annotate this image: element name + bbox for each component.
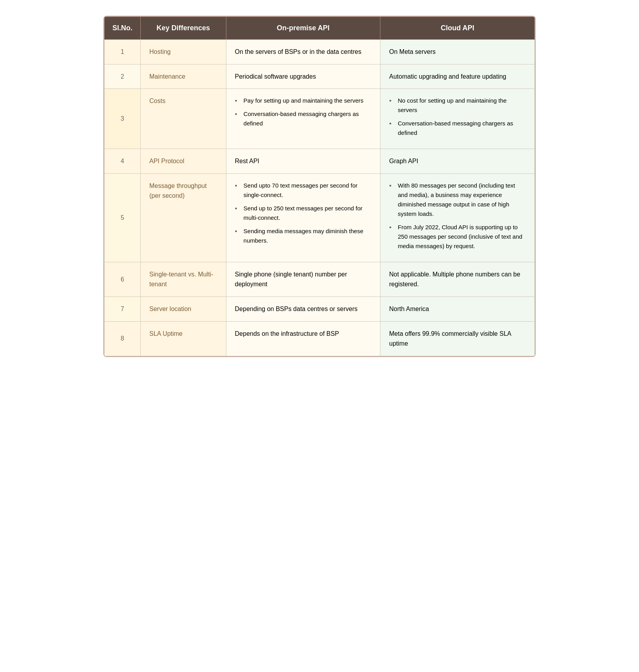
- header-slno: Sl.No.: [105, 17, 141, 40]
- key-difference-cell: Maintenance: [141, 64, 226, 89]
- comparison-table: Sl.No. Key Differences On-premise API Cl…: [103, 16, 536, 357]
- key-difference-cell: Message throughput (per second): [141, 173, 226, 262]
- row-number: 7: [105, 296, 141, 321]
- on-premise-cell: Periodical software upgrades: [226, 64, 380, 89]
- row-number: 4: [105, 149, 141, 174]
- header-key-diff: Key Differences: [141, 17, 226, 40]
- key-difference-cell: Single-tenant vs. Multi-tenant: [141, 262, 226, 296]
- on-premise-cell: Single phone (single tenant) number per …: [226, 262, 380, 296]
- cloud-cell: Automatic upgrading and feature updating: [380, 64, 535, 89]
- header-on-premise: On-premise API: [226, 17, 380, 40]
- row-number: 1: [105, 40, 141, 64]
- table-row: 3CostsPay for setting up and maintaining…: [105, 89, 535, 149]
- on-premise-cell: Depends on the infrastructure of BSP: [226, 321, 380, 356]
- table-row: 5Message throughput (per second)Send upt…: [105, 173, 535, 262]
- cloud-cell: North America: [380, 296, 535, 321]
- table-row: 1HostingOn the servers of BSPs or in the…: [105, 40, 535, 64]
- on-premise-cell: Depending on BSPs data centres or server…: [226, 296, 380, 321]
- table-row: 8SLA UptimeDepends on the infrastructure…: [105, 321, 535, 356]
- row-number: 6: [105, 262, 141, 296]
- table-header-row: Sl.No. Key Differences On-premise API Cl…: [105, 17, 535, 40]
- cloud-cell: Graph API: [380, 149, 535, 174]
- cloud-cell: No cost for setting up and maintaining t…: [380, 89, 535, 149]
- row-number: 8: [105, 321, 141, 356]
- list-item: Pay for setting up and maintaining the s…: [235, 96, 372, 105]
- key-difference-cell: API Protocol: [141, 149, 226, 174]
- cloud-cell: Meta offers 99.9% commercially visible S…: [380, 321, 535, 356]
- cloud-cell: Not applicable. Multiple phone numbers c…: [380, 262, 535, 296]
- table-row: 4API ProtocolRest APIGraph API: [105, 149, 535, 174]
- key-difference-cell: Server location: [141, 296, 226, 321]
- key-difference-cell: Costs: [141, 89, 226, 149]
- on-premise-cell: On the servers of BSPs or in the data ce…: [226, 40, 380, 64]
- row-number: 2: [105, 64, 141, 89]
- list-item: With 80 messages per second (including t…: [389, 181, 526, 219]
- cloud-cell: With 80 messages per second (including t…: [380, 173, 535, 262]
- list-item: From July 2022, Cloud API is supporting …: [389, 223, 526, 251]
- list-item: Sending media messages may diminish thes…: [235, 226, 372, 245]
- table-row: 7Server locationDepending on BSPs data c…: [105, 296, 535, 321]
- on-premise-cell: Rest API: [226, 149, 380, 174]
- row-number: 3: [105, 89, 141, 149]
- table-row: 2MaintenancePeriodical software upgrades…: [105, 64, 535, 89]
- list-item: Send upto 70 text messages per second fo…: [235, 181, 372, 200]
- on-premise-cell: Pay for setting up and maintaining the s…: [226, 89, 380, 149]
- cloud-cell: On Meta servers: [380, 40, 535, 64]
- key-difference-cell: Hosting: [141, 40, 226, 64]
- row-number: 5: [105, 173, 141, 262]
- list-item: Conversation-based messaging chargers as…: [235, 109, 372, 128]
- key-difference-cell: SLA Uptime: [141, 321, 226, 356]
- list-item: Send up to 250 text messages per second …: [235, 204, 372, 223]
- header-cloud: Cloud API: [380, 17, 535, 40]
- list-item: Conversation-based messaging chargers as…: [389, 119, 526, 138]
- table-row: 6Single-tenant vs. Multi-tenantSingle ph…: [105, 262, 535, 296]
- on-premise-cell: Send upto 70 text messages per second fo…: [226, 173, 380, 262]
- list-item: No cost for setting up and maintaining t…: [389, 96, 526, 115]
